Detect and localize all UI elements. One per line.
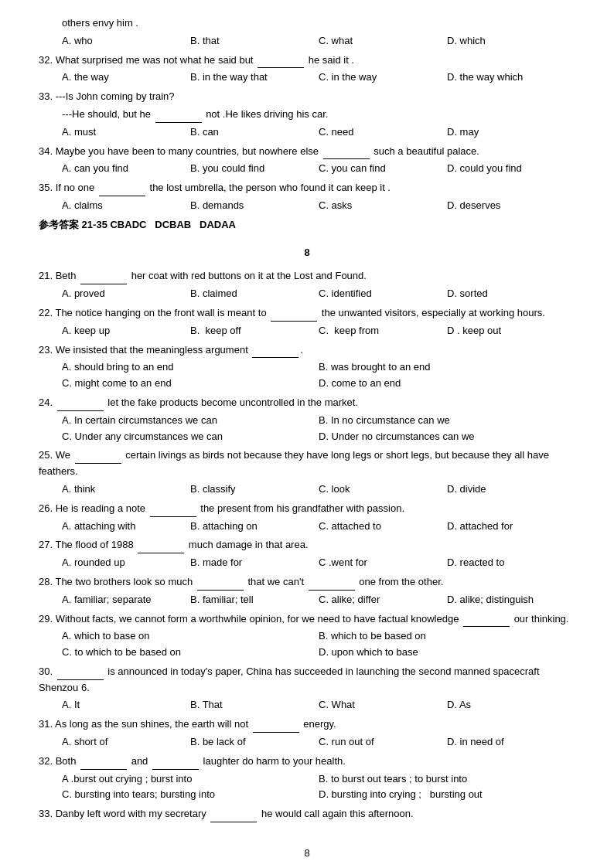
option-d: D. divide xyxy=(447,482,575,498)
q23-s2-text: 23. We insisted that the meaningless arg… xyxy=(39,342,575,359)
option-d: D. upon which to base xyxy=(319,645,575,661)
q24-s2: 24. let the fake products become uncontr… xyxy=(39,395,575,444)
option-b: B. classify xyxy=(190,482,319,498)
option-d: D. Under no circumstances can we xyxy=(319,429,575,445)
option-b: B. In no circumstance can we xyxy=(319,413,575,429)
q24-s2-options: A. In certain circumstances we can B. In… xyxy=(39,413,575,445)
option-c: C. might come to an end xyxy=(62,376,319,392)
q33-s2: 33. Danby left word with my secretary he… xyxy=(39,806,575,822)
option-c: C. to which to be based on xyxy=(62,645,319,661)
option-c: C. need xyxy=(319,124,447,141)
option-c: C. alike; differ xyxy=(319,592,447,608)
option-b: B. you could find xyxy=(190,161,319,177)
option-c: C. Under any circumstances we can xyxy=(62,429,319,445)
option-a: A. claims xyxy=(62,198,190,214)
q25-s2-options: A. think B. classify C. look D. divide xyxy=(39,482,575,498)
option-b: B. be lack of xyxy=(190,734,319,751)
option-b: B. keep off xyxy=(190,323,319,339)
option-d: D. attached for xyxy=(447,519,575,535)
option-b: B. familiar; tell xyxy=(190,592,319,608)
q32: 32. What surprised me was not what he sa… xyxy=(39,53,575,87)
option-a: A .burst out crying ; burst into xyxy=(62,771,319,788)
option-a: A. In certain circumstances we can xyxy=(62,413,319,429)
q33-options: A. must B. can C. need D. may xyxy=(39,124,575,141)
q26-s2: 26. He is reading a note the present fro… xyxy=(39,501,575,535)
q35: 35. If no one the lost umbrella, the per… xyxy=(39,180,575,214)
option-c: C. what xyxy=(319,33,447,49)
q21-s2-text: 21. Beth her coat with red buttons on it… xyxy=(39,268,575,284)
option-c: C. attached to xyxy=(319,519,447,535)
q31-s2-options: A. short of B. be lack of C. run out of … xyxy=(39,734,575,751)
q29-s2-text: 29. Without facts, we cannot form a wort… xyxy=(39,611,575,628)
q30-s2-options: A. It B. That C. What D. As xyxy=(39,697,575,713)
option-a: A. rounded up xyxy=(62,555,190,571)
option-c: C. in the way xyxy=(319,70,447,86)
q24-s2-text: 24. let the fake products become uncontr… xyxy=(39,395,575,411)
q33-text: 33. ---Is John coming by train? xyxy=(39,89,575,105)
q30-s2-text: 30. is announced in today's paper, China… xyxy=(39,664,575,696)
intro-text: others envy him . xyxy=(39,15,575,32)
option-b: B. That xyxy=(190,697,319,713)
q34-options: A. can you find B. you could find C. you… xyxy=(39,161,575,177)
q29-s2: 29. Without facts, we cannot form a wort… xyxy=(39,611,575,661)
intro-line: others envy him . A. who B. that C. what… xyxy=(39,15,575,49)
q29-s2-options: A. which to base on B. which to be based… xyxy=(39,628,575,661)
option-a: A. familiar; separate xyxy=(62,592,190,608)
option-c: C. keep from xyxy=(319,323,447,339)
option-a: A. should bring to an end xyxy=(62,359,319,376)
q27-s2: 27. The flood of 1988 much damage in tha… xyxy=(39,537,575,571)
option-b: B. can xyxy=(190,124,319,141)
option-b: B. attaching on xyxy=(190,519,319,535)
option-d: D. alike; distinguish xyxy=(447,592,575,608)
option-b: B. made for xyxy=(190,555,319,571)
q32-s2-options: A .burst out crying ; burst into B. to b… xyxy=(39,771,575,804)
q25-s2: 25. We certain livings as birds not beca… xyxy=(39,448,575,497)
option-c: C .went for xyxy=(319,555,447,571)
q33-s2-text: 33. Danby left word with my secretary he… xyxy=(39,806,575,822)
option-a: A. It xyxy=(62,697,190,713)
option-b: B. which to be based on xyxy=(319,628,575,645)
option-d: D. reacted to xyxy=(447,555,575,571)
option-d: D. As xyxy=(447,697,575,713)
option-b: B. in the way that xyxy=(190,70,319,86)
option-a: A. short of xyxy=(62,734,190,751)
answer-block-1: 参考答案 21-35 CBADC DCBAB DADAA xyxy=(39,217,575,233)
option-d: D. may xyxy=(447,124,575,141)
page-number-bottom: 8 xyxy=(39,846,575,862)
q22-s2-options: A. keep up B. keep off C. keep from D . … xyxy=(39,323,575,339)
option-b: B. was brought to an end xyxy=(319,359,575,376)
option-d: D. in need of xyxy=(447,734,575,751)
option-b: B. claimed xyxy=(190,286,319,302)
option-c: C. identified xyxy=(319,286,447,302)
q22-s2: 22. The notice hanging on the front wall… xyxy=(39,305,575,339)
option-d: D. come to an end xyxy=(319,376,575,392)
option-c: C. bursting into tears; bursting into xyxy=(62,787,319,803)
q34: 34. Maybe you have been to many countrie… xyxy=(39,144,575,178)
option-a: A. proved xyxy=(62,286,190,302)
page-number-top: 8 xyxy=(39,245,575,261)
q21-s2-options: A. proved B. claimed C. identified D. so… xyxy=(39,286,575,302)
q32-options: A. the way B. in the way that C. in the … xyxy=(39,70,575,86)
option-d: D. deserves xyxy=(447,198,575,214)
q27-s2-options: A. rounded up B. made for C .went for D.… xyxy=(39,555,575,571)
q23-s2: 23. We insisted that the meaningless arg… xyxy=(39,342,575,392)
option-b: B. demands xyxy=(190,198,319,214)
option-a: A. attaching with xyxy=(62,519,190,535)
q26-s2-options: A. attaching with B. attaching on C. att… xyxy=(39,519,575,535)
q32-s2: 32. Both and laughter do harm to your he… xyxy=(39,754,575,803)
q35-options: A. claims B. demands C. asks D. deserves xyxy=(39,198,575,214)
q28-s2-options: A. familiar; separate B. familiar; tell … xyxy=(39,592,575,608)
q33-sub: ---He should, but he not .He likes drivi… xyxy=(39,107,575,123)
option-a: A. which to base on xyxy=(62,628,319,645)
q31-s2: 31. As long as the sun shines, the earth… xyxy=(39,717,575,751)
q28-s2-text: 28. The two brothers look so much that w… xyxy=(39,574,575,591)
q28-s2: 28. The two brothers look so much that w… xyxy=(39,574,575,608)
option-d: D . keep out xyxy=(447,323,575,339)
option-a: A. think xyxy=(62,482,190,498)
option-b: B. that xyxy=(190,33,319,49)
q32-text: 32. What surprised me was not what he sa… xyxy=(39,53,575,69)
option-c: C. you can find xyxy=(319,161,447,177)
q30-s2: 30. is announced in today's paper, China… xyxy=(39,664,575,713)
q27-s2-text: 27. The flood of 1988 much damage in tha… xyxy=(39,537,575,553)
option-c: C. run out of xyxy=(319,734,447,751)
